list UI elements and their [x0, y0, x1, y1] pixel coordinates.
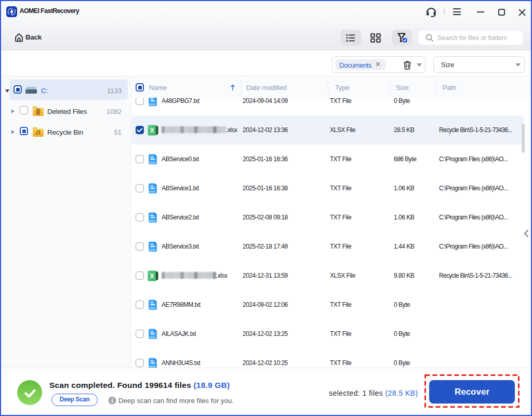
svg-text:X: X: [150, 127, 155, 134]
svg-text:X: X: [150, 272, 155, 280]
